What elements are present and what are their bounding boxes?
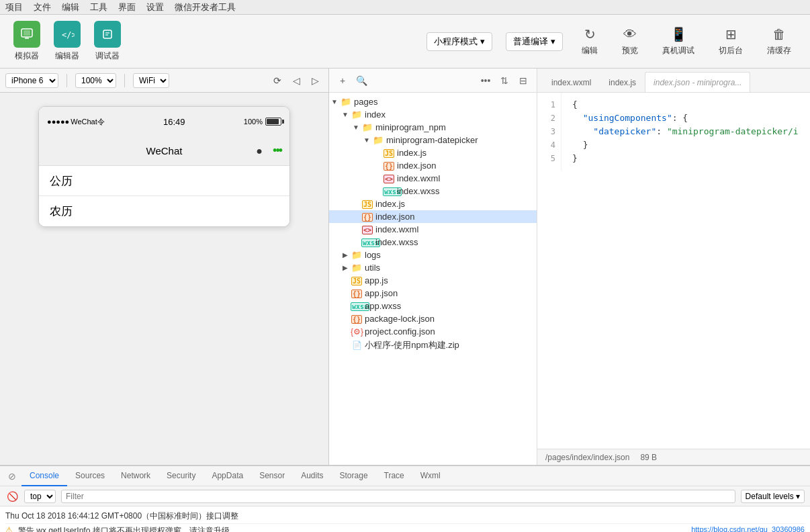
tab-json-label: index.json - miniprogra...: [654, 78, 741, 87]
tree-item-zip[interactable]: 📄 小程序-使用npm构建.zip: [329, 338, 537, 353]
debugger-button[interactable]: 调试器: [94, 21, 121, 62]
option-lunar[interactable]: 农历: [39, 196, 289, 226]
tree-item-app-js[interactable]: JS app.js: [329, 274, 537, 287]
logs-label: logs: [365, 250, 381, 260]
editor-button[interactable]: </> 编辑器: [54, 21, 81, 62]
datepicker-arrow-icon: ▼: [361, 136, 372, 144]
more-options-icon[interactable]: •••: [478, 73, 494, 89]
npm-arrow-icon: ▼: [351, 124, 361, 131]
tab-wxml[interactable]: index.wxml: [543, 72, 600, 92]
sort-icon[interactable]: ⇅: [496, 73, 512, 89]
pkg-lock-label: package-lock.json: [365, 314, 435, 324]
tab-storage[interactable]: Storage: [332, 466, 376, 486]
levels-label: Default levels: [746, 492, 794, 501]
app-body: 公历 农历: [39, 166, 289, 226]
levels-chevron-icon: ▾: [796, 492, 800, 501]
tab-console[interactable]: Console: [21, 466, 67, 486]
tab-appdata[interactable]: AppData: [204, 466, 251, 486]
status-path: /pages/index/index.json: [545, 453, 629, 462]
levels-dropdown[interactable]: Default levels ▾: [741, 490, 805, 503]
tree-item-idx-js[interactable]: JS index.js: [329, 197, 537, 210]
tab-json[interactable]: index.json - miniprogra...: [645, 72, 750, 92]
compile-dropdown[interactable]: 普通编译 ▾: [506, 32, 563, 51]
tree-item-dp-wxml[interactable]: <> index.wxml: [329, 172, 537, 185]
tree-item-pages[interactable]: ▼ 📁 pages: [329, 95, 537, 108]
mode-dropdown[interactable]: 小程序模式 ▾: [426, 32, 492, 51]
toolbar: 模拟器 </> 编辑器 调试器 小程序模式 ▾ 普通编译 ▾ ↻ 编辑 👁 预览…: [0, 15, 810, 69]
tree-item-app-wxss[interactable]: wxss app.wxss: [329, 300, 537, 312]
tree-item-idx-wxml[interactable]: <> index.wxml: [329, 223, 537, 236]
tab-js[interactable]: index.js: [600, 72, 645, 92]
rotate-icon[interactable]: ⟳: [269, 73, 285, 89]
add-file-icon[interactable]: +: [334, 73, 351, 89]
tab-network[interactable]: Network: [113, 466, 159, 486]
network-select[interactable]: WiFi 4G: [133, 73, 169, 88]
tab-wxml-label2: Wxml: [420, 471, 441, 480]
idx-js-icon: JS: [361, 199, 373, 209]
console-clear-icon[interactable]: 🚫: [5, 490, 19, 503]
nav-more-icon[interactable]: •••: [273, 144, 281, 158]
log-timestamp-text: Thu Oct 18 2018 16:44:12 GMT+0800（中国标准时间…: [5, 511, 805, 522]
tab-sensor[interactable]: Sensor: [251, 466, 293, 486]
backend-button[interactable]: ⊞ 切后台: [713, 24, 748, 59]
tab-wxml-label: index.wxml: [551, 78, 591, 87]
option-gregorian[interactable]: 公历: [39, 166, 289, 196]
tree-item-app-json[interactable]: {} app.json: [329, 287, 537, 300]
menu-wechat[interactable]: 微信开发者工具: [175, 1, 236, 13]
clean-button[interactable]: 🗑 清缓存: [762, 24, 797, 59]
refresh-icon: ↻: [584, 26, 596, 42]
tree-item-index[interactable]: ▼ 📁 index: [329, 108, 537, 121]
tree-item-idx-json[interactable]: {} index.json: [329, 210, 537, 223]
tree-item-dp-json[interactable]: {} index.json: [329, 159, 537, 172]
zoom-select[interactable]: 100% 75%: [75, 73, 116, 88]
menu-project[interactable]: 项目: [5, 1, 23, 13]
tab-security[interactable]: Security: [159, 466, 204, 486]
tree-item-datepicker[interactable]: ▼ 📁 miniprogram-datepicker: [329, 134, 537, 146]
code-editor[interactable]: 1 2 3 4 5 { "usingComponents": { "datepi…: [537, 93, 810, 449]
carrier-label: WeChat令: [71, 117, 105, 127]
tree-item-dp-js[interactable]: JS index.js: [329, 146, 537, 159]
debugger-label: 调试器: [95, 50, 120, 62]
tree-item-pkg-lock[interactable]: {} package-lock.json: [329, 312, 537, 325]
devtools-stop-icon[interactable]: ⊘: [5, 470, 19, 483]
tree-item-utils[interactable]: ▶ 📁 utils: [329, 261, 537, 274]
tab-sources[interactable]: Sources: [67, 466, 113, 486]
nav-circle-icon[interactable]: ●: [256, 145, 263, 157]
tab-trace[interactable]: Trace: [376, 466, 412, 486]
tree-item-npm[interactable]: ▼ 📁 miniprogram_npm: [329, 121, 537, 134]
idx-wxml-icon: <>: [361, 224, 373, 234]
menu-edit[interactable]: 编辑: [62, 1, 79, 13]
menu-tools[interactable]: 工具: [90, 1, 107, 13]
line-num-4: 4: [537, 138, 555, 152]
tab-wxml[interactable]: Wxml: [412, 466, 449, 486]
simulator-button[interactable]: 模拟器: [13, 21, 40, 62]
refresh-button[interactable]: ↻ 编辑: [576, 24, 603, 59]
tree-item-logs[interactable]: ▶ 📁 logs: [329, 249, 537, 261]
simulator-icon: [13, 21, 40, 48]
filter-input[interactable]: [61, 490, 735, 503]
menu-view[interactable]: 界面: [118, 1, 136, 13]
log-link[interactable]: https://blog.csdn.net/qu_30360986: [691, 525, 805, 532]
context-select[interactable]: top: [24, 490, 56, 503]
preview-button[interactable]: 👁 预览: [617, 24, 643, 59]
device-select[interactable]: iPhone 6 iPhone X: [5, 73, 58, 88]
devtools-panel: ⊘ Console Sources Network Security AppDa…: [0, 465, 810, 532]
datepicker-label: miniprogram-datepicker: [386, 135, 478, 145]
tab-js-label: index.js: [609, 78, 636, 87]
arrow-left-icon[interactable]: ◁: [288, 73, 304, 89]
devtools-button[interactable]: 📱 真机调试: [657, 24, 700, 59]
battery-area: 100%: [244, 118, 281, 126]
menu-settings[interactable]: 设置: [146, 1, 164, 13]
search-icon[interactable]: 🔍: [353, 73, 369, 89]
app-wxss-icon: wxss: [351, 301, 363, 311]
code-line-2: "usingComponents": {: [572, 112, 799, 125]
menu-file[interactable]: 文件: [34, 1, 51, 13]
tree-item-dp-wxss[interactable]: wxss index.wxss: [329, 185, 537, 197]
tree-item-project-config[interactable]: {⚙} project.config.json: [329, 325, 537, 338]
tree-item-idx-wxss[interactable]: wxss index.wxss: [329, 236, 537, 249]
log-entry-timestamp: Thu Oct 18 2018 16:44:12 GMT+0800（中国标准时间…: [5, 509, 805, 524]
collapse-icon[interactable]: ⊟: [515, 73, 531, 89]
idx-wxml-label: index.wxml: [375, 224, 418, 234]
arrow-right-icon[interactable]: ▷: [307, 73, 323, 89]
tab-audits[interactable]: Audits: [293, 466, 331, 486]
